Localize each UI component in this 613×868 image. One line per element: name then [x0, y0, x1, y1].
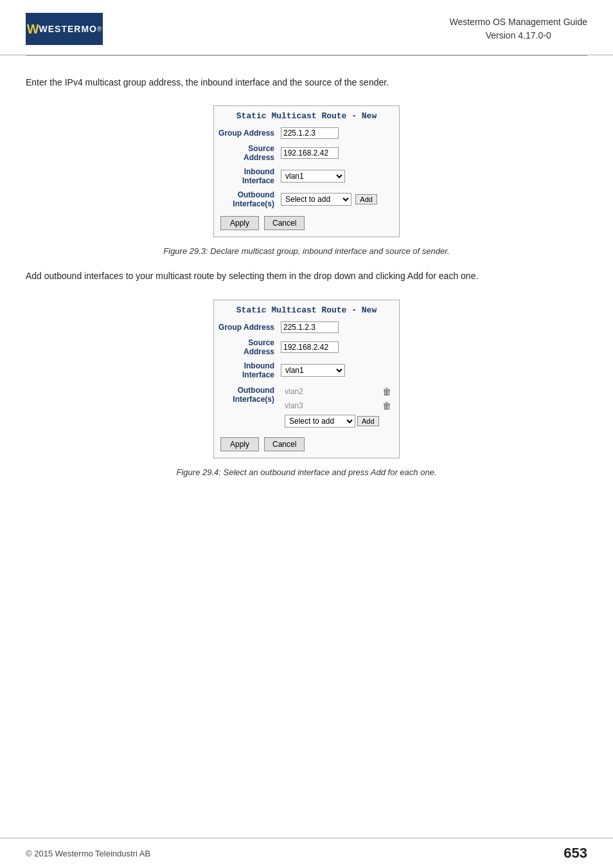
logo-text: westermo — [39, 24, 97, 34]
f2-inbound-interface-row: Inbound Interface vlan1 — [214, 359, 399, 382]
figure1-table: Group Address Source Address Inbound Int… — [214, 125, 399, 211]
f2-source-address-input[interactable] — [281, 341, 339, 353]
outbound-interfaces-select[interactable]: Select to add — [281, 193, 351, 206]
f2-inbound-interface-label: Inbound Interface — [214, 359, 278, 382]
group-address-value-cell — [278, 125, 399, 141]
figure1-container: Static Multicast Route - New Group Addre… — [26, 105, 587, 256]
footer-copyright: © 2015 Westermo Teleindustri AB — [26, 849, 150, 858]
f2-source-address-row: Source Address — [214, 336, 399, 359]
figure1-action-row: Apply Cancel — [214, 211, 399, 230]
inbound-interface-value-cell: vlan1 — [278, 165, 399, 188]
figure2-cancel-button[interactable]: Cancel — [264, 437, 305, 451]
title-line1: Westermo OS Management Guide — [449, 15, 587, 29]
f2-outbound-interfaces-row: Outbound Interface(s) vlan2 🗑 vlan3 🗑 — [214, 382, 399, 432]
section2-text: Add outbound interfaces to your multicas… — [26, 269, 587, 283]
figure2-table: Group Address Source Address Inbound Int… — [214, 319, 399, 432]
group-address-label: Group Address — [214, 125, 278, 141]
figure2-action-row: Apply Cancel — [214, 432, 399, 451]
source-address-input[interactable] — [281, 147, 339, 159]
f2-group-address-value-cell — [278, 319, 399, 336]
footer-page-number: 653 — [564, 845, 587, 862]
f2-source-address-label: Source Address — [214, 336, 278, 359]
outbound-interfaces-value-cell: Select to add Add — [278, 188, 399, 211]
outbound-entry-vlan3: vlan3 — [285, 401, 382, 410]
f2-source-address-value-cell — [278, 336, 399, 359]
figure1-title: Static Multicast Route - New — [214, 106, 399, 125]
figure2-container: Static Multicast Route - New Group Addre… — [26, 300, 587, 477]
source-address-row: Source Address — [214, 141, 399, 165]
vlan2-delete-icon[interactable]: 🗑 — [382, 386, 391, 397]
figure2-apply-button[interactable]: Apply — [220, 437, 259, 451]
group-address-row: Group Address — [214, 125, 399, 141]
figure1-apply-button[interactable]: Apply — [220, 216, 259, 230]
figure2-box: Static Multicast Route - New Group Addre… — [213, 300, 400, 458]
vlan3-delete-icon[interactable]: 🗑 — [382, 401, 391, 411]
group-address-input[interactable] — [281, 127, 339, 139]
figure2-title: Static Multicast Route - New — [214, 300, 399, 319]
main-content: Enter the IPv4 multicast group address, … — [0, 56, 613, 529]
page-header: W westermo ® Westermo OS Management Guid… — [0, 0, 613, 55]
figure1-caption: Figure 29.3: Declare multicast group, in… — [163, 246, 449, 256]
inbound-interface-label: Inbound Interface — [214, 165, 278, 188]
logo-area: W westermo ® — [26, 13, 103, 45]
header-title: Westermo OS Management Guide Version 4.1… — [449, 15, 587, 42]
outbound-entry-vlan2-row: vlan2 🗑 — [281, 384, 395, 399]
f2-outbound-interfaces-value-cell: vlan2 🗑 vlan3 🗑 Select to add Add — [278, 382, 399, 432]
outbound-interfaces-label: Outbound Interface(s) — [214, 188, 278, 211]
f2-group-address-label: Group Address — [214, 319, 278, 336]
intro-text: Enter the IPv4 multicast group address, … — [26, 75, 587, 89]
inbound-interface-select[interactable]: vlan1 — [281, 170, 345, 183]
f2-outbound-interfaces-select[interactable]: Select to add — [285, 415, 355, 428]
f2-add-row: Select to add Add — [281, 413, 395, 429]
source-address-value-cell — [278, 141, 399, 165]
outbound-entry-vlan2: vlan2 — [285, 387, 382, 396]
source-address-label: Source Address — [214, 141, 278, 165]
inbound-interface-row: Inbound Interface vlan1 — [214, 165, 399, 188]
logo-box: W westermo ® — [26, 13, 103, 45]
figure1-box: Static Multicast Route - New Group Addre… — [213, 105, 400, 237]
figure2-add-button[interactable]: Add — [357, 416, 379, 426]
outbound-interfaces-row: Outbound Interface(s) Select to add Add — [214, 188, 399, 211]
figure1-add-button[interactable]: Add — [355, 194, 377, 204]
outbound-entry-vlan3-row: vlan3 🗑 — [281, 399, 395, 413]
f2-group-address-row: Group Address — [214, 319, 399, 336]
title-line2: Version 4.17.0-0 — [449, 29, 587, 42]
figure1-cancel-button[interactable]: Cancel — [264, 216, 305, 230]
f2-inbound-interface-value-cell: vlan1 — [278, 359, 399, 382]
page-footer: © 2015 Westermo Teleindustri AB 653 — [0, 838, 613, 868]
f2-inbound-interface-select[interactable]: vlan1 — [281, 364, 345, 377]
f2-group-address-input[interactable] — [281, 321, 339, 333]
f2-outbound-interfaces-label: Outbound Interface(s) — [214, 382, 278, 432]
figure2-caption: Figure 29.4: Select an outbound interfac… — [177, 467, 437, 477]
